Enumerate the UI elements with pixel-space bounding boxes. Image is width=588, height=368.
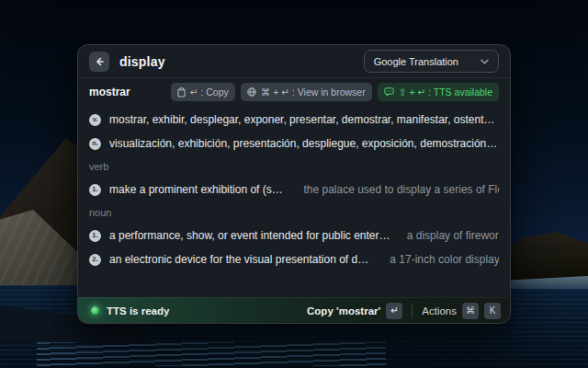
provider-dropdown[interactable]: Google Translation [364,50,499,73]
translation-text: visualización, exhibición, presentación,… [109,137,499,150]
list-item-translation-verb[interactable]: v. mostrar, exhibir, desplegar, exponer,… [78,108,510,132]
copy-hint-label: ↵ : Copy [190,86,229,98]
back-arrow-icon [94,56,105,67]
list-item-definition-noun-2[interactable]: 2. an electronic device for the visual p… [78,247,510,271]
footer-actions: Copy 'mostrar' ↵ Actions ⌘ K [307,303,501,319]
actions-button[interactable]: Actions ⌘ K [422,303,501,319]
footer-divider [412,305,413,317]
list-item-definition-verb-1[interactable]: 1. make a prominent exhibition of (somet… [78,178,510,201]
definition-text: a performance, show, or event intended f… [109,229,391,242]
tts-status-text: TTS is ready [107,305,169,316]
results-list: v. mostrar, exhibir, desplegar, exponer,… [78,106,510,297]
definition-example: a 17-inch color display [390,253,499,266]
globe-icon [247,87,256,97]
query-text: mostrar [89,86,130,98]
part-of-speech-badge: n. [89,138,101,150]
translation-window: display Google Translation mostrar ↵ : C… [77,44,511,324]
copy-hint-pill[interactable]: ↵ : Copy [171,83,235,101]
speech-bubble-icon [384,87,394,97]
view-in-browser-label: ⌘ + ↵ : View in browser [261,86,366,98]
tts-available-label: ⇧ + ↵ : TTS available [399,86,492,98]
section-header-noun: noun [78,201,510,224]
definition-number-badge: 1. [89,184,101,196]
definition-example: the palace used to display a series of F… [303,183,499,196]
page-title: display [119,54,165,69]
definition-number-badge: 2. [89,254,101,266]
part-of-speech-badge: v. [89,114,101,126]
status-bar: TTS is ready Copy 'mostrar' ↵ Actions ⌘ … [78,297,510,323]
definition-text: an electronic device for the visual pres… [109,253,374,266]
copy-mostrar-label: Copy 'mostrar' [307,305,380,316]
tts-available-pill[interactable]: ⇧ + ↵ : TTS available [378,83,499,101]
copy-mostrar-button[interactable]: Copy 'mostrar' ↵ [307,303,402,319]
tts-ready-indicator-icon [91,306,99,315]
command-keycap: ⌘ [462,303,479,319]
window-header: display Google Translation [78,45,510,78]
enter-keycap: ↵ [386,303,402,319]
query-row: mostrar ↵ : Copy ⌘ + ↵ : View in browser… [78,78,510,106]
list-item-translation-noun[interactable]: n. visualización, exhibición, presentaci… [78,132,510,155]
section-header-verb: verb [78,155,510,178]
definition-number-badge: 1. [89,230,101,242]
list-item-definition-noun-1[interactable]: 1. a performance, show, or event intende… [78,224,510,247]
clipboard-icon [177,87,186,98]
chevron-down-icon [481,59,489,64]
k-keycap: K [484,303,501,319]
definition-text: make a prominent exhibition of (somethin… [109,183,288,196]
actions-label: Actions [422,305,457,316]
provider-dropdown-value: Google Translation [374,56,458,67]
view-in-browser-pill[interactable]: ⌘ + ↵ : View in browser [241,83,372,101]
back-button[interactable] [89,52,109,72]
translation-text: mostrar, exhibir, desplegar, exponer, pr… [109,113,499,126]
definition-example: a display of fireworks [407,229,499,242]
